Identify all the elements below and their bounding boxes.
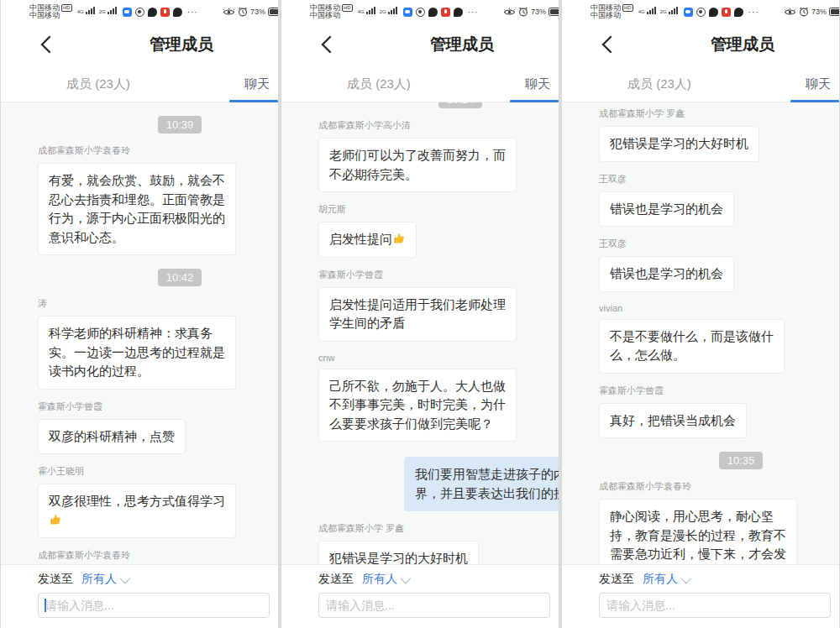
phone-panel-3: 中国移动HD 中国移动 4G 2G ··· 73% (561, 0, 840, 628)
back-chevron-icon[interactable] (599, 34, 617, 55)
carrier-label: 中国移动HD 中国移动 (310, 4, 353, 19)
message-bubble: 启发性提问适用于我们老师处理 学生间的矛盾 (318, 287, 517, 342)
message-item: 成都霍森斯小学袁春玲静心阅读，用心思考，耐心坚 持，教育是漫长的过程，教育不 需… (599, 480, 832, 564)
chat-message-list[interactable]: 成都霍森斯小学 罗鑫犯错误是学习的大好时机王双彦错误也是学习的机会王双彦错误也是… (562, 102, 839, 564)
message-item: 成都霍森斯小学 罗鑫犯错误是学习的大好时机 (599, 107, 832, 162)
phone-panel-2: 中国移动HD 中国移动 4G 2G ··· 73% (281, 0, 559, 628)
chevron-down-icon (681, 573, 692, 584)
message-sender: 王双彦 (599, 173, 832, 186)
carrier-label: 中国移动HD 中国移动 (29, 4, 72, 19)
signal-sim2-icon: 2G (380, 7, 397, 14)
message-bubble: 启发性提问 (318, 222, 417, 258)
message-sender: cnw (318, 353, 552, 363)
message-item: 成都霍森斯小学 罗鑫犯错误是学习的大好时机 (318, 522, 552, 564)
carrier-label: 中国移动HD 中国移动 (591, 4, 633, 19)
message-sender: 成都霍森斯小学 罗鑫 (599, 107, 832, 120)
message-sender: 成都霍森斯小学 罗鑫 (318, 522, 552, 535)
alarm-clock-icon (238, 7, 248, 17)
send-to-selector[interactable]: 所有人 (81, 572, 128, 587)
message-bubble: 双彦很理性，思考方式值得学习 (38, 484, 236, 538)
message-input[interactable] (599, 593, 831, 618)
back-chevron-icon[interactable] (38, 34, 56, 55)
message-sender: 成都霍森斯小学高小清 (318, 119, 552, 132)
camera-circle-icon (696, 8, 706, 17)
page-title: 管理成员 (430, 34, 494, 55)
timestamp-row: 10:24 (318, 102, 552, 108)
tab-chat[interactable]: 聊天 (244, 76, 270, 92)
tab-members[interactable]: 成员 (23人) (66, 76, 130, 92)
message-bubble: 静心阅读，用心思考，耐心坚 持，教育是漫长的过程，教育不 需要急功近利，慢下来，… (599, 499, 797, 564)
status-bar: 中国移动HD 中国移动 4G 2G ··· 73% (1, 0, 278, 22)
tab-members[interactable]: 成员 (23人) (347, 76, 411, 92)
back-chevron-icon[interactable] (318, 34, 337, 55)
message-item: 成都霍森斯小学袁春玲哈哈有爱的双彦老师 (38, 549, 271, 564)
hd-badge: HD (622, 4, 633, 12)
tab-bar: 成员 (23人) 聊天 (562, 67, 839, 102)
timestamp-chip: 10:39 (158, 116, 202, 133)
timestamp-chip: 10:42 (158, 269, 202, 286)
tab-members[interactable]: 成员 (23人) (627, 76, 691, 92)
send-to-selector[interactable]: 所有人 (362, 572, 408, 587)
tab-chat[interactable]: 聊天 (525, 76, 550, 92)
tab-chat[interactable]: 聊天 (806, 76, 831, 92)
message-input[interactable] (318, 593, 550, 618)
message-bubble: 错误也是学习的机会 (599, 256, 734, 292)
more-dots-icon: ··· (748, 8, 759, 17)
message-bubble: 己所不欲，勿施于人。大人也做 不到事事完美，时时完美，为什 么要要求孩子们做到完… (318, 369, 517, 442)
chat-message-list[interactable]: 10:24成都霍森斯小学高小清老师们可以为了改善而努力，而 不必期待完美。胡元斯… (281, 102, 559, 564)
message-bubble: 双彦的科研精神，点赞 (38, 419, 186, 455)
message-bubble: 不是不要做什么，而是该做什 么，怎么做。 (599, 319, 785, 374)
message-item: 霍森斯小学曾霞启发性提问适用于我们老师处理 学生间的矛盾 (318, 269, 552, 342)
message-item: 霍森斯小学曾霞双彦的科研精神，点赞 (38, 400, 271, 455)
composer-footer: 发送至 所有人 (562, 564, 839, 628)
message-bubble: 犯错误是学习的大好时机 (599, 126, 759, 162)
sms-bubble-icon (709, 8, 718, 17)
message-item: 霍小王晓明双彦很理性，思考方式值得学习 (38, 465, 271, 538)
tab-bar: 成员 (23人) 聊天 (281, 67, 559, 102)
chat-message-list[interactable]: 10:39成都霍森斯小学袁春玲有爱，就会欣赏、鼓励，就会不 忍心去指责和埋怨。正… (1, 102, 278, 564)
message-sender: 王双彦 (599, 238, 832, 250)
alarm-clock-icon (799, 7, 809, 17)
message-bubble: 犯错误是学习的大好时机 (318, 541, 479, 564)
signal-sim2-icon: 2G (660, 7, 678, 14)
battery-icon (549, 8, 559, 16)
eye-icon (223, 8, 235, 17)
signal-sim1-icon: 4G (638, 7, 656, 14)
battery-icon (829, 8, 840, 16)
thumbs-up-emoji (49, 513, 62, 526)
sms-bubble-icon (173, 8, 182, 17)
message-item: 胡元斯启发性提问 (318, 203, 552, 258)
message-sender: 霍小王晓明 (38, 465, 271, 478)
page-title: 管理成员 (150, 34, 213, 55)
messaging-app-icon (684, 8, 693, 17)
timestamp-row: 10:35 (599, 452, 832, 469)
send-to-label: 发送至 (38, 572, 73, 587)
battery-percent: 73% (250, 8, 265, 16)
active-tab-underline (790, 100, 839, 102)
voice-recorder-icon (441, 8, 450, 17)
message-sender: 霍森斯小学曾霞 (38, 400, 271, 413)
send-to-selector[interactable]: 所有人 (643, 572, 689, 587)
status-bar: 中国移动HD 中国移动 4G 2G ··· 73% (562, 0, 839, 22)
header: 管理成员 (281, 22, 559, 67)
eye-icon (784, 8, 796, 17)
send-to-label: 发送至 (599, 572, 634, 587)
message-item: 成都霍森斯小学高小清老师们可以为了改善而努力，而 不必期待完美。 (318, 119, 552, 192)
battery-icon (268, 8, 279, 16)
hd-badge: HD (61, 4, 72, 12)
timestamp-chip: 10:35 (719, 452, 764, 469)
message-input[interactable] (38, 593, 270, 618)
message-item: 成都霍森斯小学袁春玲有爱，就会欣赏、鼓励，就会不 忍心去指责和埋怨。正面管教是 … (38, 144, 271, 255)
alarm-clock-icon (518, 7, 528, 17)
timestamp-row: 10:42 (38, 269, 271, 286)
message-item: 王双彦错误也是学习的机会 (599, 238, 832, 292)
message-item: vivian不是不要做什么，而是该做什 么，怎么做。 (599, 303, 832, 374)
camera-circle-icon (416, 8, 425, 17)
battery-percent: 73% (531, 8, 546, 16)
page-title: 管理成员 (711, 34, 774, 55)
message-item: 涛科学老师的科研精神：求真务 实。一边读一边思考的过程就是 读书内化的过程。 (38, 297, 271, 390)
signal-sim2-icon: 2G (99, 7, 117, 14)
message-sender: 霍森斯小学曾霞 (318, 269, 552, 281)
own-message: 我们要用智慧走进孩子的内 界，并且要表达出我们的接 (318, 457, 552, 511)
message-item: 王双彦错误也是学习的机会 (599, 173, 832, 228)
